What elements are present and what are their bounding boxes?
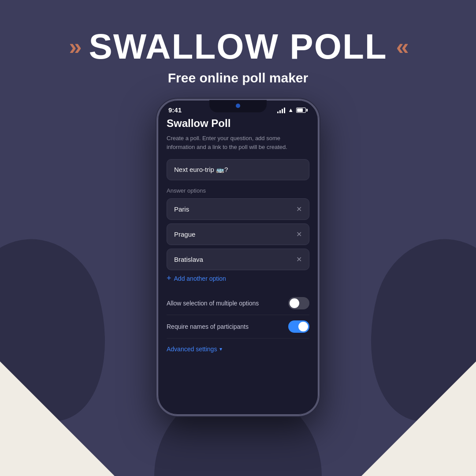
bg-shape-bottom-right — [361, 361, 476, 476]
toggle-names-row: Require names of participants — [167, 315, 309, 338]
question-value: Next euro-trip 🚌? — [174, 166, 228, 173]
question-input[interactable]: Next euro-trip 🚌? — [167, 159, 309, 180]
phone-mockup: 9:41 ▲ Swallow Poll Crea — [156, 99, 320, 416]
phone-app-title: Swallow Poll — [167, 117, 309, 130]
bg-shape-right — [349, 224, 476, 437]
answer-options-label: Answer options — [167, 187, 309, 194]
signal-icon — [277, 107, 285, 113]
remove-prague-button[interactable]: ✕ — [296, 230, 302, 238]
toggle-names-label: Require names of participants — [167, 323, 249, 330]
answer-text-prague: Prague — [174, 231, 195, 238]
answer-option-prague[interactable]: Prague ✕ — [167, 223, 309, 245]
phone-frame: 9:41 ▲ Swallow Poll Crea — [156, 99, 320, 416]
title-row: » SWALLOW POLL « — [69, 26, 407, 67]
answer-option-bratislava[interactable]: Bratislava ✕ — [167, 249, 309, 270]
left-chevron-icon: » — [69, 35, 80, 58]
status-time: 9:41 — [168, 106, 182, 114]
right-chevron-icon: « — [396, 35, 407, 58]
app-title: SWALLOW POLL — [89, 26, 387, 67]
notch-dot — [236, 104, 240, 108]
answer-text-paris: Paris — [174, 205, 189, 213]
app-subtitle: Free online poll maker — [69, 71, 407, 86]
battery-icon — [296, 108, 308, 113]
toggle-names[interactable] — [288, 320, 309, 333]
app-header: » SWALLOW POLL « Free online poll maker — [69, 0, 407, 86]
wifi-icon: ▲ — [288, 107, 294, 113]
toggle-names-knob — [298, 322, 308, 331]
remove-paris-button[interactable]: ✕ — [296, 205, 302, 213]
phone-description: Create a poll. Enter your question, add … — [167, 134, 309, 151]
toggle-multiple-row: Allow selection of multiple options — [167, 292, 309, 315]
add-option-label: Add another option — [174, 275, 226, 282]
chevron-down-icon: ▾ — [219, 346, 222, 352]
status-icons: ▲ — [277, 107, 308, 113]
toggle-multiple-label: Allow selection of multiple options — [167, 300, 259, 307]
phone-notch — [209, 100, 267, 112]
toggle-multiple[interactable] — [288, 297, 309, 309]
bg-shape-left — [0, 224, 127, 437]
toggle-multiple-knob — [290, 298, 299, 308]
bg-shape-bottom-left — [0, 361, 115, 476]
phone-content: Swallow Poll Create a poll. Enter your q… — [158, 117, 318, 410]
remove-bratislava-button[interactable]: ✕ — [296, 255, 302, 264]
answer-option-paris[interactable]: Paris ✕ — [167, 198, 309, 220]
add-option-plus-icon: + — [167, 274, 171, 283]
advanced-settings-label: Advanced settings — [167, 346, 217, 353]
add-option-button[interactable]: + Add another option — [167, 274, 309, 283]
answer-text-bratislava: Bratislava — [174, 256, 203, 263]
advanced-settings-button[interactable]: Advanced settings ▾ — [167, 346, 309, 353]
